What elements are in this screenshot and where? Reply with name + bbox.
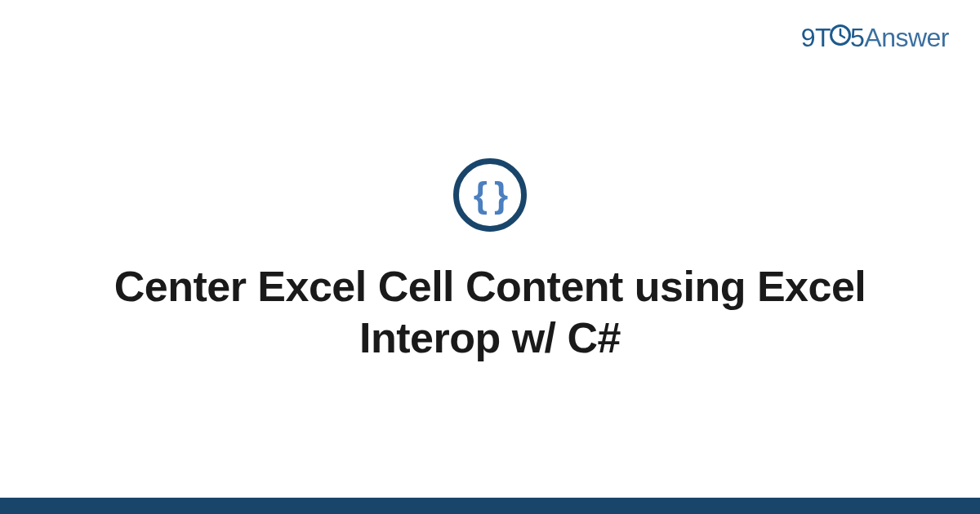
- footer-accent-bar: [0, 498, 980, 514]
- page-title: Center Excel Cell Content using Excel In…: [98, 261, 882, 365]
- main-content: { } Center Excel Cell Content using Exce…: [0, 0, 980, 498]
- code-braces-icon: { }: [474, 177, 506, 213]
- category-icon-circle: { }: [453, 158, 527, 232]
